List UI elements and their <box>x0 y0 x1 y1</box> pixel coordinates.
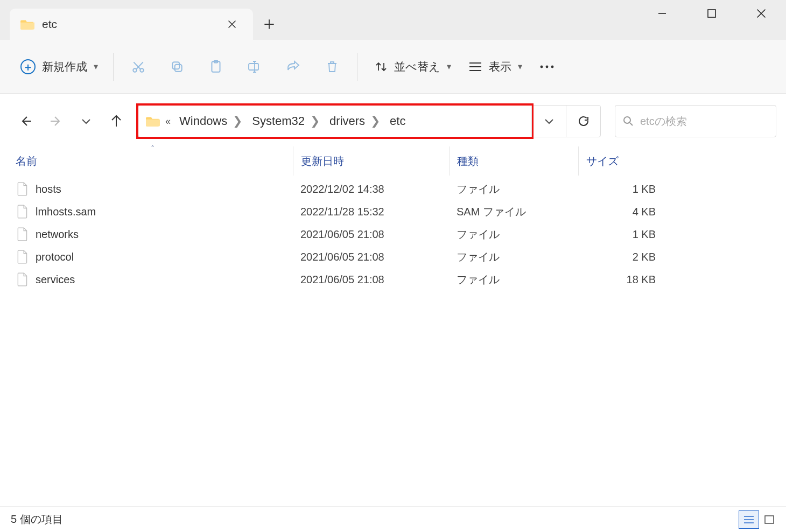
search-input[interactable] <box>640 115 768 128</box>
maximize-button[interactable] <box>687 0 736 27</box>
file-row[interactable]: services2021/06/05 21:08ファイル18 KB <box>13 268 776 291</box>
file-name: lmhosts.sam <box>36 206 96 218</box>
svg-point-2 <box>140 68 144 72</box>
breadcrumb-item-etc[interactable]: etc <box>387 114 409 128</box>
breadcrumb-item-drivers[interactable]: drivers ❯ <box>326 114 383 128</box>
toolbar: ＋ 新規作成 ▾ 並べ替え ▾ 表示 ▾ <box>0 40 786 94</box>
tab-close-button[interactable] <box>223 15 241 33</box>
file-size: 2 KB <box>578 251 659 263</box>
navigation-row: « Windows ❯ System32 ❯ drivers ❯ etc <box>0 100 786 142</box>
chevron-down-icon: ▾ <box>94 61 98 72</box>
breadcrumb-item-windows[interactable]: Windows ❯ <box>176 114 245 128</box>
titlebar: etc <box>0 0 786 40</box>
breadcrumb-label: Windows <box>179 114 227 128</box>
svg-point-10 <box>551 65 554 68</box>
new-button[interactable]: ＋ 新規作成 ▾ <box>13 52 103 82</box>
breadcrumb-item-system32[interactable]: System32 ❯ <box>249 114 323 128</box>
thumbnails-view-button[interactable] <box>759 510 780 529</box>
status-bar: 5 個の項目 <box>0 506 786 532</box>
file-row[interactable]: lmhosts.sam2022/11/28 15:32SAM ファイル4 KB <box>13 200 776 223</box>
sort-button[interactable]: 並べ替え ▾ <box>367 52 459 82</box>
copy-button[interactable] <box>162 52 192 82</box>
svg-point-8 <box>541 65 543 68</box>
back-button[interactable] <box>13 108 39 134</box>
breadcrumb-label: System32 <box>252 114 305 128</box>
search-box[interactable] <box>615 105 776 137</box>
file-date: 2022/12/02 14:38 <box>293 183 449 195</box>
svg-rect-4 <box>172 62 179 69</box>
file-row[interactable]: hosts2022/12/02 14:38ファイル1 KB <box>13 178 776 200</box>
tab-etc[interactable]: etc <box>10 9 253 40</box>
file-date: 2022/11/28 15:32 <box>293 206 449 218</box>
view-mode-toggle <box>739 510 780 529</box>
file-row[interactable]: protocol2021/06/05 21:08ファイル2 KB <box>13 246 776 268</box>
view-icon <box>468 61 482 72</box>
window-controls <box>637 0 786 27</box>
cut-button[interactable] <box>123 52 153 82</box>
file-row[interactable]: networks2021/06/05 21:08ファイル1 KB <box>13 223 776 246</box>
file-size: 4 KB <box>578 206 659 218</box>
tab-title: etc <box>42 18 215 31</box>
chevron-right-icon: ❯ <box>233 114 242 128</box>
column-header-date[interactable]: 更新日時 <box>293 146 449 176</box>
svg-rect-0 <box>708 10 715 17</box>
file-name: hosts <box>36 183 61 195</box>
recent-dropdown[interactable] <box>73 108 99 134</box>
address-history-dropdown[interactable] <box>531 106 566 137</box>
svg-point-11 <box>624 117 630 123</box>
separator <box>113 53 114 81</box>
file-date: 2021/06/05 21:08 <box>293 251 449 263</box>
file-icon <box>17 250 28 264</box>
file-icon <box>17 205 28 219</box>
paste-button[interactable] <box>201 52 231 82</box>
file-list-area: 名前 ˄ 更新日時 種類 サイズ hosts2022/12/02 14:38ファ… <box>0 142 786 506</box>
new-button-label: 新規作成 <box>42 59 87 74</box>
column-header-name[interactable]: 名前 ˄ <box>13 146 293 176</box>
share-button[interactable] <box>278 52 308 82</box>
delete-button[interactable] <box>317 52 347 82</box>
file-type: ファイル <box>449 272 578 287</box>
separator <box>357 53 357 81</box>
up-button[interactable] <box>103 108 129 134</box>
forward-button[interactable] <box>43 108 69 134</box>
status-item-count: 5 個の項目 <box>11 512 739 527</box>
file-date: 2021/06/05 21:08 <box>293 228 449 241</box>
file-list: hosts2022/12/02 14:38ファイル1 KBlmhosts.sam… <box>13 178 776 291</box>
view-button[interactable]: 表示 ▾ <box>461 52 530 82</box>
close-button[interactable] <box>736 0 786 27</box>
file-icon <box>17 182 28 196</box>
chevron-right-icon: ❯ <box>310 114 320 128</box>
svg-point-1 <box>133 68 137 72</box>
chevron-down-icon: ▾ <box>518 61 522 72</box>
column-header-size[interactable]: サイズ <box>578 146 659 176</box>
plus-circle-icon: ＋ <box>20 59 36 74</box>
details-view-button[interactable] <box>739 510 759 529</box>
folder-icon <box>20 18 34 30</box>
sort-ascending-icon: ˄ <box>151 144 155 153</box>
sort-label: 並べ替え <box>394 59 440 74</box>
file-name: services <box>36 274 75 286</box>
address-bar[interactable]: « Windows ❯ System32 ❯ drivers ❯ etc <box>138 106 531 137</box>
address-bar-container: « Windows ❯ System32 ❯ drivers ❯ etc <box>138 105 601 137</box>
column-header-type[interactable]: 種類 <box>449 146 578 176</box>
file-type: ファイル <box>449 250 578 264</box>
chevron-right-icon: ❯ <box>370 114 380 128</box>
svg-point-9 <box>546 65 549 68</box>
file-type: SAM ファイル <box>449 205 578 219</box>
breadcrumb-label: drivers <box>329 114 365 128</box>
rename-button[interactable] <box>240 52 270 82</box>
search-icon <box>623 116 634 127</box>
minimize-button[interactable] <box>637 0 687 27</box>
breadcrumb-overflow[interactable]: « <box>163 116 173 127</box>
file-size: 1 KB <box>578 183 659 195</box>
file-size: 18 KB <box>578 274 659 286</box>
svg-rect-7 <box>249 64 258 70</box>
file-name: networks <box>36 228 79 241</box>
refresh-button[interactable] <box>566 106 600 137</box>
file-date: 2021/06/05 21:08 <box>293 274 449 286</box>
file-type: ファイル <box>449 182 578 197</box>
more-button[interactable] <box>532 52 562 82</box>
new-tab-button[interactable] <box>253 9 285 40</box>
file-name: protocol <box>36 251 74 263</box>
file-icon <box>17 227 28 241</box>
